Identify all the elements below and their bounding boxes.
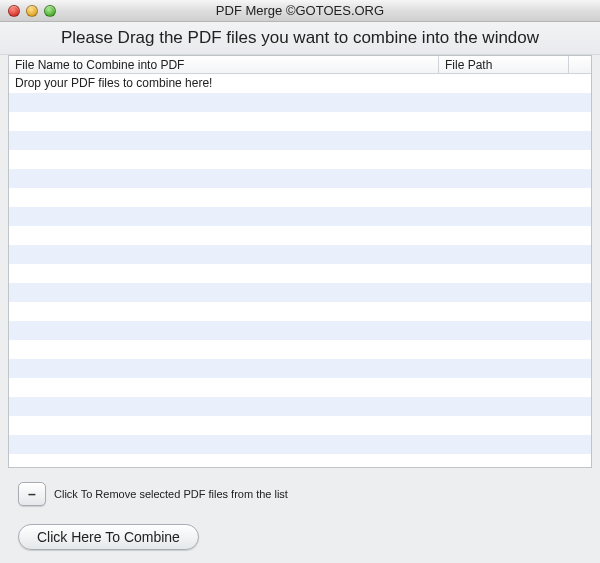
close-icon[interactable] (8, 5, 20, 17)
table-row[interactable] (9, 226, 591, 245)
table-row[interactable]: Drop your PDF files to combine here! (9, 74, 591, 93)
window-title: PDF Merge ©GOTOES.ORG (0, 3, 600, 18)
table-row[interactable] (9, 283, 591, 302)
table-rows[interactable]: Drop your PDF files to combine here! (9, 74, 591, 467)
table-row[interactable] (9, 112, 591, 131)
table-row[interactable] (9, 359, 591, 378)
table-row[interactable] (9, 131, 591, 150)
table-row[interactable] (9, 188, 591, 207)
table-row[interactable] (9, 169, 591, 188)
table-row[interactable] (9, 302, 591, 321)
minus-icon: – (28, 486, 36, 502)
placeholder-text: Drop your PDF files to combine here! (9, 74, 439, 93)
table-row[interactable] (9, 245, 591, 264)
table-row[interactable] (9, 378, 591, 397)
minimize-icon[interactable] (26, 5, 38, 17)
instruction-text: Please Drag the PDF files you want to co… (0, 22, 600, 55)
table-row[interactable] (9, 150, 591, 169)
titlebar: PDF Merge ©GOTOES.ORG (0, 0, 600, 22)
remove-button[interactable]: – (18, 482, 46, 506)
table-row[interactable] (9, 93, 591, 112)
table-row[interactable] (9, 207, 591, 226)
combine-button[interactable]: Click Here To Combine (18, 524, 199, 550)
column-header-filename[interactable]: File Name to Combine into PDF (9, 56, 439, 73)
column-header-end (569, 56, 591, 73)
table-row[interactable] (9, 397, 591, 416)
table-row[interactable] (9, 321, 591, 340)
table-row[interactable] (9, 264, 591, 283)
table-row[interactable] (9, 435, 591, 454)
traffic-lights (0, 5, 56, 17)
table-row[interactable] (9, 454, 591, 467)
zoom-icon[interactable] (44, 5, 56, 17)
remove-label: Click To Remove selected PDF files from … (54, 488, 288, 500)
controls-area: – Click To Remove selected PDF files fro… (0, 468, 600, 560)
column-header-filepath[interactable]: File Path (439, 56, 569, 73)
file-list-table[interactable]: File Name to Combine into PDF File Path … (8, 55, 592, 468)
table-row[interactable] (9, 416, 591, 435)
cell-path (439, 74, 591, 93)
table-row[interactable] (9, 340, 591, 359)
remove-row: – Click To Remove selected PDF files fro… (18, 482, 582, 506)
table-header: File Name to Combine into PDF File Path (9, 56, 591, 74)
